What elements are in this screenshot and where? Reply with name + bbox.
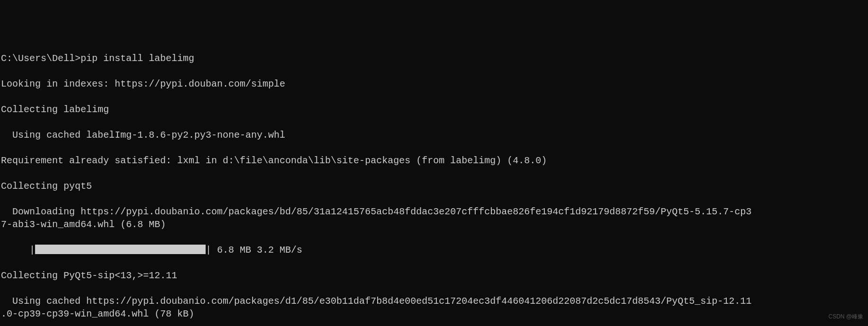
terminal-line: Collecting PyQt5-sip<13,>=12.11	[1, 269, 868, 282]
terminal-progress-line: || 6.8 MB 3.2 MB/s	[1, 244, 868, 256]
command-text: pip install labelimg	[81, 53, 194, 64]
terminal-line: Looking in indexes: https://pypi.douban.…	[1, 78, 868, 90]
terminal-line: Requirement already satisfied: lxml in d…	[1, 154, 868, 167]
terminal-line: Downloading https://pypi.doubanio.com/pa…	[1, 205, 868, 231]
terminal-line: Using cached labelImg-1.8.6-py2.py3-none…	[1, 129, 868, 141]
terminal-line: Collecting pyqt5	[1, 180, 868, 193]
progress-prefix: |	[1, 245, 35, 256]
terminal-line: Using cached https://pypi.doubanio.com/p…	[1, 295, 868, 320]
terminal-line-prompt: C:\Users\Dell>pip install labelimg	[1, 52, 868, 65]
progress-bar	[35, 245, 206, 254]
prompt-text: C:\Users\Dell>	[1, 53, 81, 64]
terminal-line: Collecting labelimg	[1, 103, 868, 116]
watermark-text: CSDN @峰豫	[828, 310, 863, 323]
progress-suffix: | 6.8 MB 3.2 MB/s	[206, 245, 302, 256]
